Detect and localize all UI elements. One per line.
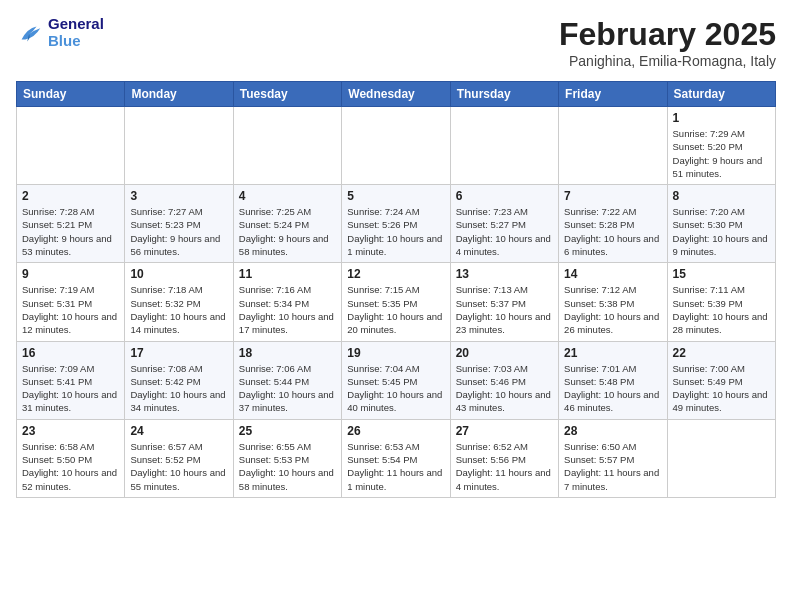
calendar-cell: 28Sunrise: 6:50 AM Sunset: 5:57 PM Dayli… [559, 419, 667, 497]
calendar-cell: 21Sunrise: 7:01 AM Sunset: 5:48 PM Dayli… [559, 341, 667, 419]
weekday-header-saturday: Saturday [667, 82, 775, 107]
day-info: Sunrise: 7:16 AM Sunset: 5:34 PM Dayligh… [239, 283, 336, 336]
day-info: Sunrise: 7:09 AM Sunset: 5:41 PM Dayligh… [22, 362, 119, 415]
calendar-cell: 13Sunrise: 7:13 AM Sunset: 5:37 PM Dayli… [450, 263, 558, 341]
day-info: Sunrise: 7:01 AM Sunset: 5:48 PM Dayligh… [564, 362, 661, 415]
day-info: Sunrise: 7:06 AM Sunset: 5:44 PM Dayligh… [239, 362, 336, 415]
day-number: 4 [239, 189, 336, 203]
week-row-3: 9Sunrise: 7:19 AM Sunset: 5:31 PM Daylig… [17, 263, 776, 341]
page-header: General Blue February 2025 Panighina, Em… [16, 16, 776, 69]
week-row-4: 16Sunrise: 7:09 AM Sunset: 5:41 PM Dayli… [17, 341, 776, 419]
calendar-cell: 18Sunrise: 7:06 AM Sunset: 5:44 PM Dayli… [233, 341, 341, 419]
day-info: Sunrise: 7:11 AM Sunset: 5:39 PM Dayligh… [673, 283, 770, 336]
day-number: 1 [673, 111, 770, 125]
day-info: Sunrise: 6:53 AM Sunset: 5:54 PM Dayligh… [347, 440, 444, 493]
weekday-header-row: SundayMondayTuesdayWednesdayThursdayFrid… [17, 82, 776, 107]
day-number: 9 [22, 267, 119, 281]
day-info: Sunrise: 7:12 AM Sunset: 5:38 PM Dayligh… [564, 283, 661, 336]
day-info: Sunrise: 6:52 AM Sunset: 5:56 PM Dayligh… [456, 440, 553, 493]
calendar-cell: 23Sunrise: 6:58 AM Sunset: 5:50 PM Dayli… [17, 419, 125, 497]
day-number: 26 [347, 424, 444, 438]
calendar-cell [233, 107, 341, 185]
weekday-header-friday: Friday [559, 82, 667, 107]
calendar-cell: 6Sunrise: 7:23 AM Sunset: 5:27 PM Daylig… [450, 185, 558, 263]
day-number: 10 [130, 267, 227, 281]
week-row-1: 1Sunrise: 7:29 AM Sunset: 5:20 PM Daylig… [17, 107, 776, 185]
calendar-cell [450, 107, 558, 185]
day-number: 6 [456, 189, 553, 203]
weekday-header-sunday: Sunday [17, 82, 125, 107]
day-number: 14 [564, 267, 661, 281]
logo-icon [16, 19, 44, 47]
weekday-header-monday: Monday [125, 82, 233, 107]
calendar-cell [342, 107, 450, 185]
day-info: Sunrise: 7:27 AM Sunset: 5:23 PM Dayligh… [130, 205, 227, 258]
calendar-table: SundayMondayTuesdayWednesdayThursdayFrid… [16, 81, 776, 498]
day-info: Sunrise: 7:13 AM Sunset: 5:37 PM Dayligh… [456, 283, 553, 336]
day-info: Sunrise: 7:22 AM Sunset: 5:28 PM Dayligh… [564, 205, 661, 258]
calendar-cell: 17Sunrise: 7:08 AM Sunset: 5:42 PM Dayli… [125, 341, 233, 419]
calendar-cell: 5Sunrise: 7:24 AM Sunset: 5:26 PM Daylig… [342, 185, 450, 263]
day-number: 21 [564, 346, 661, 360]
day-info: Sunrise: 7:20 AM Sunset: 5:30 PM Dayligh… [673, 205, 770, 258]
day-number: 24 [130, 424, 227, 438]
day-info: Sunrise: 7:00 AM Sunset: 5:49 PM Dayligh… [673, 362, 770, 415]
calendar-cell: 8Sunrise: 7:20 AM Sunset: 5:30 PM Daylig… [667, 185, 775, 263]
day-info: Sunrise: 7:04 AM Sunset: 5:45 PM Dayligh… [347, 362, 444, 415]
calendar-cell: 26Sunrise: 6:53 AM Sunset: 5:54 PM Dayli… [342, 419, 450, 497]
day-number: 23 [22, 424, 119, 438]
calendar-cell: 4Sunrise: 7:25 AM Sunset: 5:24 PM Daylig… [233, 185, 341, 263]
day-number: 3 [130, 189, 227, 203]
day-info: Sunrise: 7:15 AM Sunset: 5:35 PM Dayligh… [347, 283, 444, 336]
calendar-cell: 12Sunrise: 7:15 AM Sunset: 5:35 PM Dayli… [342, 263, 450, 341]
day-info: Sunrise: 6:57 AM Sunset: 5:52 PM Dayligh… [130, 440, 227, 493]
calendar-cell: 24Sunrise: 6:57 AM Sunset: 5:52 PM Dayli… [125, 419, 233, 497]
day-info: Sunrise: 6:50 AM Sunset: 5:57 PM Dayligh… [564, 440, 661, 493]
logo-text: General Blue [48, 16, 104, 49]
calendar-cell: 19Sunrise: 7:04 AM Sunset: 5:45 PM Dayli… [342, 341, 450, 419]
calendar-cell: 10Sunrise: 7:18 AM Sunset: 5:32 PM Dayli… [125, 263, 233, 341]
weekday-header-wednesday: Wednesday [342, 82, 450, 107]
week-row-2: 2Sunrise: 7:28 AM Sunset: 5:21 PM Daylig… [17, 185, 776, 263]
day-number: 17 [130, 346, 227, 360]
day-number: 27 [456, 424, 553, 438]
calendar-cell: 1Sunrise: 7:29 AM Sunset: 5:20 PM Daylig… [667, 107, 775, 185]
day-number: 25 [239, 424, 336, 438]
day-info: Sunrise: 7:18 AM Sunset: 5:32 PM Dayligh… [130, 283, 227, 336]
calendar-cell: 11Sunrise: 7:16 AM Sunset: 5:34 PM Dayli… [233, 263, 341, 341]
calendar-cell: 15Sunrise: 7:11 AM Sunset: 5:39 PM Dayli… [667, 263, 775, 341]
calendar-cell [17, 107, 125, 185]
title-block: February 2025 Panighina, Emilia-Romagna,… [559, 16, 776, 69]
day-number: 16 [22, 346, 119, 360]
calendar-cell: 3Sunrise: 7:27 AM Sunset: 5:23 PM Daylig… [125, 185, 233, 263]
day-info: Sunrise: 7:23 AM Sunset: 5:27 PM Dayligh… [456, 205, 553, 258]
day-number: 2 [22, 189, 119, 203]
day-info: Sunrise: 7:29 AM Sunset: 5:20 PM Dayligh… [673, 127, 770, 180]
day-info: Sunrise: 7:08 AM Sunset: 5:42 PM Dayligh… [130, 362, 227, 415]
day-number: 12 [347, 267, 444, 281]
day-info: Sunrise: 7:24 AM Sunset: 5:26 PM Dayligh… [347, 205, 444, 258]
day-number: 13 [456, 267, 553, 281]
calendar-cell [125, 107, 233, 185]
calendar-cell: 22Sunrise: 7:00 AM Sunset: 5:49 PM Dayli… [667, 341, 775, 419]
location-subtitle: Panighina, Emilia-Romagna, Italy [559, 53, 776, 69]
calendar-cell: 16Sunrise: 7:09 AM Sunset: 5:41 PM Dayli… [17, 341, 125, 419]
day-number: 15 [673, 267, 770, 281]
day-number: 8 [673, 189, 770, 203]
calendar-cell [559, 107, 667, 185]
calendar-cell: 20Sunrise: 7:03 AM Sunset: 5:46 PM Dayli… [450, 341, 558, 419]
calendar-cell: 14Sunrise: 7:12 AM Sunset: 5:38 PM Dayli… [559, 263, 667, 341]
day-number: 19 [347, 346, 444, 360]
day-info: Sunrise: 6:55 AM Sunset: 5:53 PM Dayligh… [239, 440, 336, 493]
calendar-cell [667, 419, 775, 497]
calendar-cell: 7Sunrise: 7:22 AM Sunset: 5:28 PM Daylig… [559, 185, 667, 263]
day-number: 11 [239, 267, 336, 281]
day-number: 18 [239, 346, 336, 360]
day-info: Sunrise: 7:03 AM Sunset: 5:46 PM Dayligh… [456, 362, 553, 415]
logo: General Blue [16, 16, 104, 49]
calendar-cell: 27Sunrise: 6:52 AM Sunset: 5:56 PM Dayli… [450, 419, 558, 497]
day-info: Sunrise: 7:19 AM Sunset: 5:31 PM Dayligh… [22, 283, 119, 336]
day-number: 5 [347, 189, 444, 203]
weekday-header-thursday: Thursday [450, 82, 558, 107]
calendar-cell: 25Sunrise: 6:55 AM Sunset: 5:53 PM Dayli… [233, 419, 341, 497]
